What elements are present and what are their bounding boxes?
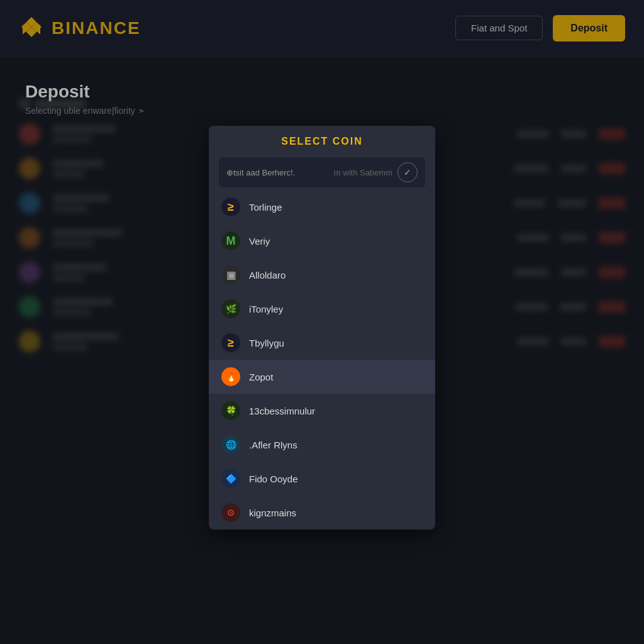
coin-icon-tbyllygu: ≥	[221, 333, 240, 352]
coin-name-fido: Fido Ooyde	[249, 474, 298, 484]
coin-name-veriy: Veriy	[249, 236, 270, 247]
coin-name-kignz: kignzmains	[249, 508, 296, 518]
coin-icon-alloldaro: ▣	[221, 265, 240, 284]
coin-icon-kignz: ⊙	[221, 503, 240, 522]
select-coin-dropdown: Select Coin ⊕tsit aad Berherc!. m with S…	[209, 126, 435, 530]
coin-name-itonyley: iTonyley	[249, 304, 283, 314]
dropdown-title: Select Coin	[221, 136, 423, 147]
coin-name-zopot: Zopot	[249, 372, 273, 382]
coin-name-torlinge: Torlinge	[249, 202, 282, 213]
coin-item-afler[interactable]: 🌐.Afler Rlyns	[209, 428, 435, 462]
coin-name-13cbess: 13cbessimnulur	[249, 406, 315, 416]
search-right-text: m with Sabemm	[334, 168, 392, 177]
coin-icon-fido: 🔷	[221, 469, 240, 488]
coin-icon-13cbess: 🍀	[221, 401, 240, 420]
coin-name-tbyllygu: Tbyllygu	[249, 338, 284, 348]
coin-search-row[interactable]: ⊕tsit aad Berherc!. m with Sabemm ✓	[219, 157, 425, 187]
modal-overlay: Select Coin ⊕tsit aad Berherc!. m with S…	[0, 0, 644, 644]
coin-item-itonyley[interactable]: 🌿iTonyley	[209, 292, 435, 326]
coin-item-tbyllygu[interactable]: ≥Tbyllygu	[209, 326, 435, 360]
search-confirm-icon[interactable]: ✓	[397, 162, 418, 182]
coin-item-zopot[interactable]: 🔥Zopot	[209, 360, 435, 394]
coin-item-kignz[interactable]: ⊙kignzmains	[209, 496, 435, 530]
coin-icon-itonyley: 🌿	[221, 299, 240, 318]
coin-icon-veriy: M	[221, 231, 240, 250]
coin-item-alloldaro[interactable]: ▣Alloldaro	[209, 258, 435, 292]
coin-item-fido[interactable]: 🔷Fido Ooyde	[209, 462, 435, 496]
coin-list: ≥TorlingeMVeriy▣Alloldaro🌿iTonyley≥Tbyll…	[209, 190, 435, 530]
coin-item-veriy[interactable]: MVeriy	[209, 224, 435, 258]
dropdown-header: Select Coin	[209, 126, 435, 152]
coin-name-afler: .Afler Rlyns	[249, 440, 297, 450]
coin-icon-zopot: 🔥	[221, 367, 240, 386]
search-left-text: ⊕tsit aad Berherc!.	[226, 168, 329, 177]
coin-item-13cbess[interactable]: 🍀13cbessimnulur	[209, 394, 435, 428]
coin-name-alloldaro: Alloldaro	[249, 270, 286, 280]
coin-item-torlinge[interactable]: ≥Torlinge	[209, 190, 435, 224]
coin-icon-torlinge: ≥	[221, 197, 240, 216]
coin-icon-afler: 🌐	[221, 435, 240, 454]
